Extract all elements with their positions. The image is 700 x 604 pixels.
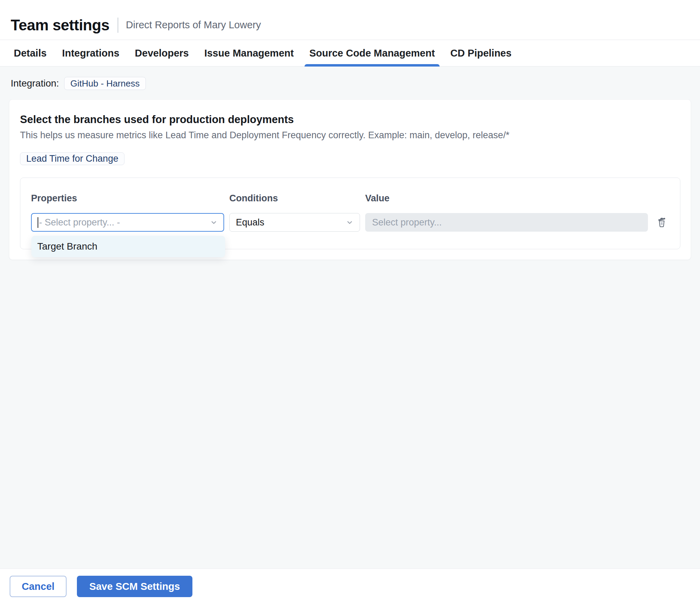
text-caret <box>38 217 38 228</box>
tab-source-code-management[interactable]: Source Code Management <box>309 40 435 66</box>
card-heading: Select the branches used for production … <box>20 113 680 126</box>
rule-panel: Properties Conditions Value - Select pro… <box>20 178 680 249</box>
property-select[interactable]: - Select property... - <box>31 213 224 232</box>
chevron-down-icon <box>345 218 354 227</box>
branches-card: Select the branches used for production … <box>9 99 691 260</box>
footer-bar: Cancel Save SCM Settings <box>0 569 700 604</box>
integration-row: Integration: GitHub - Harness <box>11 77 700 90</box>
cancel-button[interactable]: Cancel <box>10 576 67 597</box>
save-scm-settings-button[interactable]: Save SCM Settings <box>77 576 192 597</box>
lead-time-chip[interactable]: Lead Time for Change <box>20 152 124 165</box>
property-dropdown-menu: Target Branch <box>31 236 225 257</box>
tab-cd-pipelines[interactable]: CD Pipelines <box>450 40 511 66</box>
condition-select[interactable]: Equals <box>229 213 360 232</box>
main-content: Integration: GitHub - Harness Select the… <box>0 67 700 569</box>
card-description: This helps us measure metrics like Lead … <box>20 130 680 141</box>
property-select-placeholder: - Select property... - <box>39 217 209 228</box>
value-input[interactable] <box>365 213 648 232</box>
tab-issue-management[interactable]: Issue Management <box>204 40 293 66</box>
delete-rule-button[interactable] <box>655 215 668 229</box>
chevron-down-icon <box>209 218 218 227</box>
integration-chip[interactable]: GitHub - Harness <box>64 77 146 90</box>
dropdown-option-target-branch[interactable]: Target Branch <box>31 236 225 257</box>
page-header: Team settings Direct Reports of Mary Low… <box>0 0 700 40</box>
tab-developers[interactable]: Developers <box>135 40 189 66</box>
condition-select-value: Equals <box>236 217 345 228</box>
tab-details[interactable]: Details <box>14 40 47 66</box>
properties-column-label: Properties <box>31 193 224 204</box>
title-divider <box>118 18 118 33</box>
page-subtitle: Direct Reports of Mary Lowery <box>126 19 261 31</box>
value-column-label: Value <box>365 193 648 204</box>
conditions-column-label: Conditions <box>229 193 360 204</box>
tab-bar: Details Integrations Developers Issue Ma… <box>0 40 700 67</box>
trash-icon <box>657 217 667 228</box>
integration-label: Integration: <box>11 78 59 89</box>
page-title: Team settings <box>11 17 109 34</box>
tab-integrations[interactable]: Integrations <box>62 40 119 66</box>
